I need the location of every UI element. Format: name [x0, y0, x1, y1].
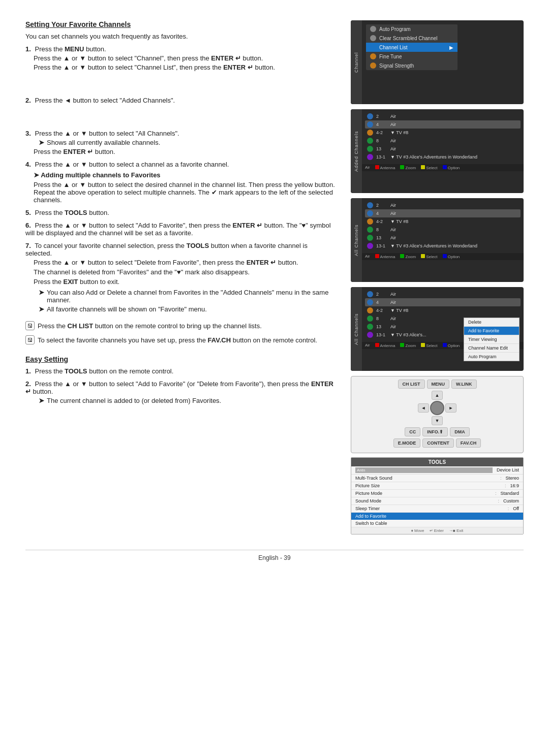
ch-num-4-4: 8 [376, 316, 387, 321]
step-3-note1: ➤ Shows all currently available channels… [39, 139, 336, 146]
menu-item-clear-scrambled: Clear Scrambled Channel [366, 34, 458, 43]
screen-2-sidebar: Added Channels [351, 109, 362, 193]
remote-nav-right[interactable]: ► [445, 403, 456, 413]
ctx-channel-name-edit[interactable]: Channel Name Edit [464, 344, 519, 353]
remote-btn-emode[interactable]: E.MODE [393, 438, 421, 448]
ctx-delete[interactable]: Delete [464, 318, 519, 327]
tools-row-soundmode: Sound Mode : Custom [351, 497, 523, 505]
tools-action-switch[interactable]: Switch to Cable [351, 520, 523, 527]
screen-2: Added Channels 2 Air 4 Air 4-2 [351, 109, 524, 193]
step-7: 7. To cancel your favorite channel selec… [25, 242, 336, 313]
step-5: 5. Press the TOOLS button. [25, 209, 336, 216]
remote-nav: ▲ ◄ ► ▼ [418, 391, 456, 425]
note-1-icon: 🖫 [25, 321, 35, 330]
footer-2-zoom: Zoom [400, 165, 416, 170]
remote-btn-dma[interactable]: DMA [450, 427, 470, 436]
easy-step-2-note: ➤ The current channel is added to (or de… [39, 397, 336, 404]
ch-row-2-4: 8 Air [365, 137, 521, 145]
ch-num-4-5: 13 [376, 324, 387, 329]
remote-nav-enter[interactable] [430, 401, 444, 415]
menu-label-signal: Signal Strength [379, 63, 414, 69]
step-1-sub2: Press the ▲ or ▼ button to select "Chann… [34, 64, 336, 71]
tools-sleep-colon: : [508, 506, 509, 511]
ch-icon-4-1 [367, 291, 373, 297]
remote-btn-info[interactable]: INFO.⬆ [422, 427, 448, 436]
remote-nav-row-down: ▼ [432, 416, 443, 425]
easy-step-2: 2. Press the ▲ or ▼ button to select "Ad… [25, 380, 336, 404]
ch-icon-3-1 [367, 202, 373, 208]
ch-num-2-4: 8 [376, 138, 387, 143]
step-5-num: 5. [25, 209, 31, 216]
remote-btn-favch[interactable]: FAV.CH [456, 438, 481, 448]
tools-soundmode-value: Custom [503, 498, 519, 503]
easy-step-1: 1. Press the TOOLS button on the remote … [25, 367, 336, 375]
ch-row-3-2: 4 Air [365, 209, 521, 217]
easy-setting-section: Easy Setting 1. Press the TOOLS button o… [25, 355, 336, 404]
footer-3-zoom: Zoom [400, 254, 416, 259]
remote-nav-row-mid: ◄ ► [418, 401, 456, 415]
easy-step-2-text: Press the ▲ or ▼ button to select "Add t… [25, 380, 333, 395]
tools-row-mts: Multi-Track Sound : Stereo [351, 475, 523, 482]
step-4-num: 4. [25, 161, 31, 168]
step-6: 6. Press the ▲ or ▼ button to select "Ad… [25, 222, 336, 237]
footer-4-zoom: Zoom [400, 343, 416, 348]
step-3-num: 3. [25, 130, 31, 137]
tools-footer: ♦ Move ↵ Enter →■ Exit [351, 527, 523, 534]
remote-btn-content[interactable]: CONTENT [422, 438, 454, 448]
ctx-timer-viewing[interactable]: Timer Viewing [464, 335, 519, 344]
tools-picmode-label: Picture Mode [355, 491, 491, 496]
screen-1-sidebar: Channel [351, 20, 362, 104]
note-2-text: To select the favorite channels you have… [38, 335, 317, 345]
step-7-text: To cancel your favorite channel selectio… [25, 242, 308, 257]
context-menu: Delete Add to Favorite Timer Viewing Cha… [464, 318, 520, 361]
remote-btn-cc[interactable]: CC [405, 427, 420, 436]
ch-num-3-3: 4-2 [376, 219, 387, 224]
easy-step-1-num: 1. [25, 367, 31, 375]
ctx-add-favorite[interactable]: Add to Favorite [464, 327, 519, 335]
ch-row-4-2: 4 Air [365, 298, 521, 306]
step-4-subheading: ➤ Adding multiple channels to Favorites [34, 171, 336, 179]
step-4: 4. Press the ▲ or ▼ button to select a c… [25, 161, 336, 204]
ch-name-4-2: Air [390, 300, 518, 305]
ch-icon-3-5 [367, 235, 373, 241]
remote-btn-wlink[interactable]: W.LINK [451, 380, 477, 389]
step-4-text: Press the ▲ or ▼ button to select a chan… [35, 161, 229, 168]
footer-2-option: Option [443, 165, 460, 170]
step-5-text: Press the TOOLS button. [35, 209, 109, 216]
remote-btn-chlist[interactable]: CH LIST [398, 380, 425, 389]
ch-name-2-1: Air [390, 114, 518, 119]
intro-text: You can set channels you watch frequentl… [25, 33, 336, 40]
note-1-text: Press the CH LIST button on the remote c… [38, 321, 262, 331]
step-2-text: Press the ◄ button to select "Added Chan… [35, 97, 175, 104]
screen-3: All Channels 2 Air 4 Air 4-2 [351, 198, 524, 282]
ch-icon-2-5 [367, 146, 373, 152]
menu-label-auto: Auto Program [379, 26, 411, 32]
screen-3-sidebar: All Channels [351, 198, 362, 282]
menu-item-channel-list: Channel List ▶ [366, 43, 458, 52]
step-7-note-a: Press the ▲ or ▼ button to select "Delet… [34, 259, 336, 266]
ctx-auto-program[interactable]: Auto Program [464, 353, 519, 361]
ch-num-2-5: 13 [376, 146, 387, 151]
ch-num-4-3: 4-2 [376, 308, 387, 313]
step-7-note-b: The channel is deleted from "Favorites" … [34, 268, 336, 276]
ch-icon-4-5 [367, 324, 373, 330]
remote-row-3: E.MODE CONTENT FAV.CH [354, 438, 520, 448]
ch-name-4-3: ▼ TV #8 [390, 308, 518, 313]
step-1: 1. Press the MENU button. Press the ▲ or… [25, 45, 336, 71]
note-1: 🖫 Press the CH LIST button on the remote… [25, 321, 336, 331]
remote-nav-up[interactable]: ▲ [432, 391, 443, 400]
step-7-note-c: Press the EXIT button to exit. [34, 278, 336, 286]
remote-btn-menu[interactable]: MENU [427, 380, 450, 389]
ch-name-3-2: Air [390, 211, 518, 216]
menu-icon-fine [370, 53, 376, 59]
ch-name-3-3: ▼ TV #8 [390, 219, 518, 224]
remote-nav-down[interactable]: ▼ [432, 416, 443, 425]
menu-arrow-chlist: ▶ [449, 45, 453, 50]
footer-2-air: Air [365, 165, 370, 170]
remote-nav-left[interactable]: ◄ [418, 403, 429, 413]
ch-icon-3-2 [367, 210, 373, 216]
footer-3-select: Select [421, 254, 437, 259]
tools-sleep-value: Off [513, 506, 519, 511]
ch-num-4-2: 4 [376, 300, 387, 305]
tools-action-add[interactable]: Add to Favorite [351, 513, 523, 520]
